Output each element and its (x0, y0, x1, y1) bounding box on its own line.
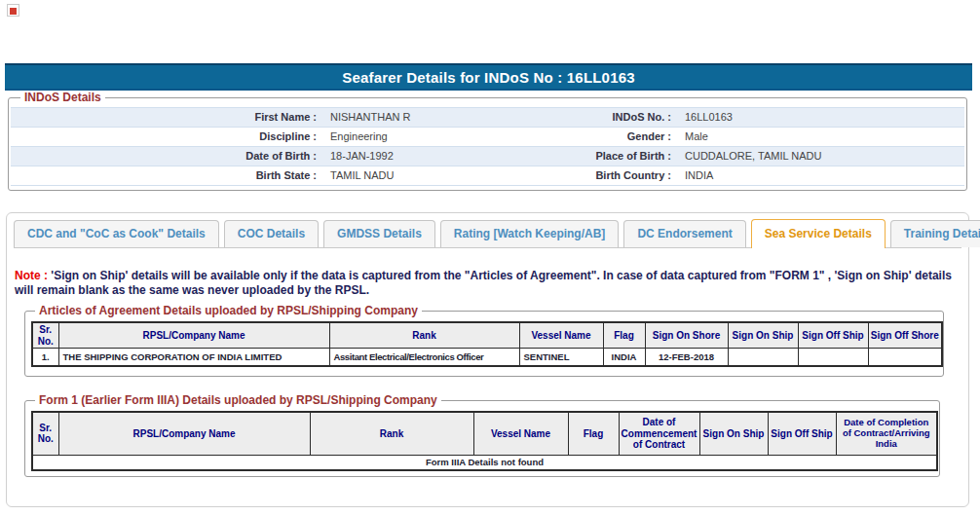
date-of-birth-value: 18-JAN-1992 (322, 147, 490, 166)
cell-sign-on-shore: 12-FEB-2018 (645, 349, 728, 366)
tab-label: Rating [Watch Keeping/AB] (454, 227, 606, 240)
birth-country-label: Birth Country : (490, 166, 677, 185)
date-of-birth-label: Date of Birth : (11, 147, 322, 166)
indos-details-fieldset: INDoS Details First Name : NISHANTHAN R … (8, 91, 967, 191)
tab-label: CDC and "CoC as Cook" Details (27, 227, 206, 240)
cell-rank: Assitant Electrical/Electronics Officer (329, 349, 519, 366)
gender-value: Male (677, 128, 964, 146)
col-flag: Flag (603, 322, 645, 349)
col-sign-on-ship: Sign On Ship (699, 412, 768, 455)
tab-dc-endorsement[interactable]: DC Endorsement (623, 220, 745, 247)
col-rpsl-company-name: RPSL/Company Name (58, 412, 310, 455)
articles-of-agreement-table: Sr. No. RPSL/Company Name Rank Vessel Na… (31, 321, 943, 367)
col-rank: Rank (310, 412, 473, 455)
page-title: Seafarer Details for INDoS No : 16LL0163 (342, 69, 635, 86)
note-body: 'Sign on Ship' details will be available… (15, 269, 952, 297)
col-rank: Rank (329, 322, 519, 349)
tab-rating-watch-keeping-ab[interactable]: Rating [Watch Keeping/AB] (440, 220, 620, 247)
birth-country-value: INDIA (677, 166, 964, 185)
birth-state-value: TAMIL NADU (322, 166, 490, 185)
discipline-label: Discipline : (11, 128, 322, 146)
sign-on-ship-note: Note : 'Sign on Ship' details will be av… (15, 269, 966, 299)
indos-row-discipline-gender: Discipline : Engineering Gender : Male (11, 128, 964, 147)
col-sr-no: Sr. No. (32, 412, 58, 455)
indos-row-birth-state-country: Birth State : TAMIL NADU Birth Country :… (11, 166, 964, 186)
first-name-value: NISHANTHAN R (322, 108, 490, 127)
first-name-label: First Name : (11, 108, 322, 127)
tab-sea-service-details[interactable]: Sea Service Details (751, 219, 886, 248)
col-sign-off-ship: Sign Off Ship (798, 322, 868, 349)
articles-table-header-row: Sr. No. RPSL/Company Name Rank Vessel Na… (32, 322, 942, 349)
col-date-of-completion: Date of Completion of Contract/Arriving … (836, 412, 937, 455)
form1-legend: Form 1 (Earlier Form IIIA) Details uploa… (35, 393, 441, 407)
indos-no-label: INDoS No. : (490, 108, 677, 127)
place-of-birth-value: CUDDALORE, TAMIL NADU (677, 147, 964, 166)
col-sr-no: Sr. No. (32, 322, 58, 349)
cell-sign-off-shore (868, 349, 942, 366)
tab-label: DC Endorsement (637, 227, 732, 240)
form-iiia-not-found-message: Form IIIA Details not found (32, 455, 937, 470)
broken-image-icon (7, 4, 19, 17)
articles-of-agreement-legend: Articles of Agreement Details uploaded b… (35, 304, 422, 317)
col-sign-on-ship: Sign On Ship (728, 322, 798, 349)
indos-row-birth: Date of Birth : 18-JAN-1992 Place of Bir… (11, 147, 964, 166)
tab-label: COC Details (238, 227, 305, 240)
form1-table-header-row: Sr. No. RPSL/Company Name Rank Vessel Na… (32, 412, 937, 455)
tab-training-details[interactable]: Training Details (890, 220, 980, 247)
col-vessel-name: Vessel Name (519, 322, 603, 349)
articles-table-row: 1. THE SHIPPING CORPORATION OF INDIA LIM… (32, 349, 942, 366)
indos-no-value: 16LL0163 (677, 108, 964, 127)
col-vessel-name: Vessel Name (473, 412, 568, 455)
col-date-of-commencement: Date of Commencement of Contract (619, 412, 699, 455)
seafarer-details-page: Seafarer Details for INDoS No : 16LL0163… (0, 0, 980, 516)
form1-fieldset: Form 1 (Earlier Form IIIA) Details uploa… (24, 393, 940, 477)
tab-cdc-coc-as-cook-details[interactable]: CDC and "CoC as Cook" Details (14, 220, 219, 247)
discipline-value: Engineering (322, 128, 490, 146)
tab-label: GMDSS Details (337, 227, 422, 240)
form1-table: Sr. No. RPSL/Company Name Rank Vessel Na… (31, 411, 938, 471)
indos-details-rows: First Name : NISHANTHAN R INDoS No. : 16… (11, 107, 964, 186)
indos-row-name-number: First Name : NISHANTHAN R INDoS No. : 16… (11, 108, 964, 128)
col-flag: Flag (568, 412, 619, 455)
tab-gmdss-details[interactable]: GMDSS Details (323, 220, 435, 247)
cell-sign-off-ship (798, 349, 868, 366)
tab-label: Sea Service Details (765, 227, 872, 240)
tab-label: Training Details (904, 227, 980, 240)
place-of-birth-label: Place of Birth : (490, 147, 677, 166)
birth-state-label: Birth State : (11, 166, 322, 185)
cell-sign-on-ship (728, 349, 798, 366)
col-rpsl-company-name: RPSL/Company Name (58, 322, 329, 349)
articles-of-agreement-fieldset: Articles of Agreement Details uploaded b… (24, 304, 944, 377)
tab-coc-details[interactable]: COC Details (224, 220, 319, 247)
cell-rpsl-company-name: THE SHIPPING CORPORATION OF INDIA LIMITE… (58, 349, 329, 366)
col-sign-off-ship: Sign Off Ship (768, 412, 836, 455)
col-sign-off-shore: Sign Off Shore (868, 322, 942, 349)
cell-sr-no: 1. (32, 349, 58, 366)
cell-vessel-name: SENTINEL (519, 349, 603, 366)
col-sign-on-shore: Sign On Shore (645, 322, 728, 349)
form1-empty-row: Form IIIA Details not found (32, 455, 937, 470)
tab-strip: CDC and "CoC as Cook" Details COC Detail… (14, 220, 961, 248)
gender-label: Gender : (490, 128, 677, 146)
cell-flag: INDIA (603, 349, 645, 366)
page-title-bar: Seafarer Details for INDoS No : 16LL0163 (5, 63, 972, 91)
indos-details-legend: INDoS Details (20, 91, 105, 104)
note-prefix: Note : (15, 269, 48, 282)
